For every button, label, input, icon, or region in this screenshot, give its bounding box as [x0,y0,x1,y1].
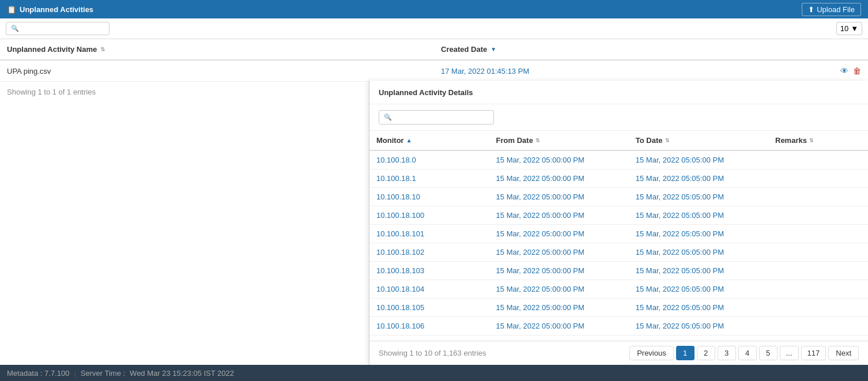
upload-file-button[interactable]: ⬆ Upload File [802,3,861,16]
details-td-monitor[interactable]: 10.100.18.103 [369,262,489,280]
details-th-to-date[interactable]: To Date ⇅ [629,131,768,150]
details-th-from-date[interactable]: From Date ⇅ [489,131,629,150]
details-footer-info: Showing 1 to 10 of 1,163 entries [379,349,486,357]
main-search-input[interactable] [21,24,102,33]
details-td-to: 15 Mar, 2022 05:05:00 PM [629,169,768,187]
details-td-from: 15 Mar, 2022 05:00:00 PM [489,188,629,206]
details-td-monitor[interactable]: 10.100.18.10 [369,188,489,206]
details-td-remarks [768,225,868,243]
details-search-area: 🔍 [369,104,868,131]
details-td-monitor[interactable]: 10.100.18.106 [369,317,489,335]
details-table-row: 10.100.18.101 15 Mar, 2022 05:00:00 PM 1… [369,225,868,243]
details-search-input[interactable] [394,113,475,122]
td-created-date: 17 Mar, 2022 01:45:13 PM 👁 🗑 [434,61,868,81]
details-td-remarks [768,299,868,316]
sort-asc-icon: ▲ [406,137,412,144]
details-td-from: 15 Mar, 2022 05:00:00 PM [489,280,629,298]
main-toolbar: 🔍 10 ▼ [0,18,868,39]
details-td-to: 15 Mar, 2022 05:05:00 PM [629,299,768,316]
pagination-page-4[interactable]: 4 [738,346,757,360]
details-td-remarks [768,188,868,206]
details-td-from: 15 Mar, 2022 05:00:00 PM [489,225,629,243]
details-td-to: 15 Mar, 2022 05:05:00 PM [629,280,768,298]
details-td-remarks [768,206,868,224]
details-td-from: 15 Mar, 2022 05:00:00 PM [489,151,629,169]
details-td-from: 15 Mar, 2022 05:00:00 PM [489,299,629,316]
details-td-to: 15 Mar, 2022 05:05:00 PM [629,317,768,335]
th-activity-name[interactable]: Unplanned Activity Name ⇅ [0,39,434,59]
details-td-to: 15 Mar, 2022 05:05:00 PM [629,206,768,224]
details-table-row: 10.100.18.102 15 Mar, 2022 05:00:00 PM 1… [369,243,868,262]
pagination-next[interactable]: Next [828,346,859,360]
details-footer: Showing 1 to 10 of 1,163 entries Previou… [369,341,868,365]
pagination-page-5[interactable]: 5 [759,346,778,360]
row-actions: 👁 🗑 [840,66,861,76]
pagination-page-3[interactable]: 3 [718,346,736,360]
details-td-from: 15 Mar, 2022 05:00:00 PM [489,243,629,261]
app-title: 📋 Unplanned Activities [7,5,93,14]
details-td-remarks [768,280,868,298]
details-th-monitor[interactable]: Monitor ▲ [369,131,489,150]
pagination: Previous12345...117Next [629,346,859,360]
details-td-from: 15 Mar, 2022 05:00:00 PM [489,317,629,335]
sort-icon-name: ⇅ [100,46,105,52]
details-table-row: 10.100.18.106 15 Mar, 2022 05:00:00 PM 1… [369,317,868,335]
details-panel: Unplanned Activity Details 🔍 Monitor ▲ F… [369,81,868,365]
details-td-remarks [768,151,868,169]
details-table-row: 10.100.18.10 15 Mar, 2022 05:00:00 PM 15… [369,188,868,206]
details-table-row: 10.100.18.100 15 Mar, 2022 05:00:00 PM 1… [369,206,868,225]
details-td-monitor[interactable]: 10.100.18.1 [369,169,489,187]
per-page-chevron-icon: ▼ [851,24,858,33]
details-td-remarks [768,262,868,280]
header-icon: 📋 [7,5,16,14]
details-table-body: 10.100.18.0 15 Mar, 2022 05:00:00 PM 15 … [369,151,868,341]
details-td-monitor[interactable]: 10.100.18.100 [369,206,489,224]
pagination-page-1[interactable]: 1 [676,346,695,360]
sort-icon-date: ▼ [490,46,496,52]
main-table-header: Unplanned Activity Name ⇅ Created Date ▼ [0,39,868,61]
table-row: UPA ping.csv 17 Mar, 2022 01:45:13 PM 👁 … [0,61,868,82]
details-table-row: 10.100.18.0 15 Mar, 2022 05:00:00 PM 15 … [369,151,868,169]
pagination-page-117[interactable]: 117 [801,346,827,360]
pagination-page-2[interactable]: 2 [697,346,715,360]
details-td-remarks [768,243,868,261]
details-td-monitor[interactable]: 10.100.18.105 [369,299,489,316]
pagination-previous[interactable]: Previous [629,346,674,360]
sort-neutral-icon-from: ⇅ [535,138,540,144]
details-td-monitor[interactable]: 10.100.18.0 [369,151,489,169]
details-table-row: 10.100.18.104 15 Mar, 2022 05:00:00 PM 1… [369,280,868,299]
app-header: 📋 Unplanned Activities ⬆ Upload File [0,0,868,18]
details-td-from: 15 Mar, 2022 05:00:00 PM [489,262,629,280]
details-table-header: Monitor ▲ From Date ⇅ To Date ⇅ Remarks … [369,131,868,151]
details-search-box[interactable]: 🔍 [379,110,494,125]
details-panel-title: Unplanned Activity Details [369,81,868,104]
details-td-monitor[interactable]: 10.100.18.101 [369,225,489,243]
details-table-row: 10.100.18.1 15 Mar, 2022 05:00:00 PM 15 … [369,169,868,188]
details-td-to: 15 Mar, 2022 05:05:00 PM [629,262,768,280]
details-td-to: 15 Mar, 2022 05:05:00 PM [629,188,768,206]
th-created-date[interactable]: Created Date ▼ [434,39,868,59]
per-page-selector[interactable]: 10 ▼ [836,22,862,35]
delete-icon[interactable]: 🗑 [853,66,861,76]
details-td-from: 15 Mar, 2022 05:00:00 PM [489,169,629,187]
details-td-to: 15 Mar, 2022 05:05:00 PM [629,151,768,169]
details-td-to: 15 Mar, 2022 05:05:00 PM [629,243,768,261]
main-area: 🔍 10 ▼ Unplanned Activity Name ⇅ Created… [0,18,868,365]
details-td-to: 15 Mar, 2022 05:05:00 PM [629,225,768,243]
pagination-page-...[interactable]: ... [780,346,799,360]
main-search-box[interactable]: 🔍 [6,22,110,35]
details-th-remarks[interactable]: Remarks ⇅ [768,131,868,150]
td-activity-name: UPA ping.csv [0,61,434,81]
details-td-remarks [768,317,868,335]
details-search-icon: 🔍 [384,114,392,121]
details-table-row: 10.100.18.105 15 Mar, 2022 05:00:00 PM 1… [369,299,868,317]
upload-icon: ⬆ [808,5,814,14]
details-td-monitor[interactable]: 10.100.18.104 [369,280,489,298]
details-td-monitor[interactable]: 10.100.18.102 [369,243,489,261]
sort-neutral-icon-remarks: ⇅ [809,138,814,144]
search-icon: 🔍 [11,25,19,32]
view-icon[interactable]: 👁 [840,66,848,76]
details-td-remarks [768,169,868,187]
details-td-from: 15 Mar, 2022 05:00:00 PM [489,206,629,224]
sort-neutral-icon-to: ⇅ [665,138,670,144]
